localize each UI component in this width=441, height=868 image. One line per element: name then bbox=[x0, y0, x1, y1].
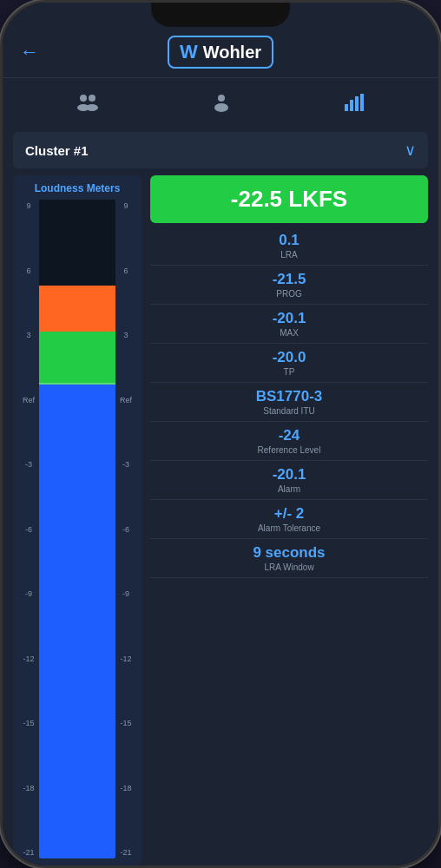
scale-right: 9 6 3 Ref -3 -6 -9 -12 -15 -18 -21 bbox=[117, 200, 135, 858]
scale-tick: -3 bbox=[20, 460, 37, 469]
scale-tick: 9 bbox=[20, 201, 37, 210]
standard-value: BS1770-3 bbox=[256, 388, 323, 405]
data-row-tolerance: +/- 2 Alarm Tolerance bbox=[150, 500, 428, 539]
nav-tab-chart[interactable] bbox=[334, 89, 374, 122]
back-button[interactable]: ← bbox=[20, 41, 39, 63]
meter-bar bbox=[39, 200, 115, 858]
scale-tick: 6 bbox=[20, 266, 37, 275]
main-reading: -22.5 LKFS bbox=[150, 175, 428, 223]
main-reading-value: -22.5 LKFS bbox=[231, 186, 347, 212]
phone-frame: ← W Wohler bbox=[0, 0, 441, 868]
right-panel: -22.5 LKFS 0.1 LRA -21.5 PROG -20.1 MAX bbox=[150, 175, 428, 865]
standard-label: Standard ITU bbox=[263, 406, 314, 416]
window-label: LRA Window bbox=[264, 562, 313, 572]
max-value: -20.1 bbox=[273, 310, 306, 327]
svg-rect-6 bbox=[345, 104, 348, 111]
svg-point-0 bbox=[80, 95, 87, 102]
data-row-standard: BS1770-3 Standard ITU bbox=[150, 383, 428, 422]
meter-title: Loudness Meters bbox=[20, 182, 135, 194]
ref-label: Reference Level bbox=[258, 445, 321, 455]
data-row-max: -20.1 MAX bbox=[150, 305, 428, 344]
alarm-label: Alarm bbox=[278, 484, 300, 494]
scale-tick: -9 bbox=[20, 589, 37, 598]
scale-tick: -21 bbox=[20, 848, 37, 857]
alarm-value: -20.1 bbox=[273, 466, 306, 483]
data-row-ref: -24 Reference Level bbox=[150, 422, 428, 461]
nav-tab-user[interactable] bbox=[202, 89, 240, 122]
cluster-bar[interactable]: Cluster #1 ∨ bbox=[13, 132, 428, 168]
scale-tick-r: -3 bbox=[117, 460, 135, 469]
scale-left: 9 6 3 Ref -3 -6 -9 -12 -15 -18 -21 bbox=[20, 200, 37, 858]
cluster-label: Cluster #1 bbox=[25, 143, 89, 158]
scale-tick-r: 9 bbox=[117, 201, 135, 210]
meter-panel: Loudness Meters 9 6 3 Ref -3 -6 -9 -12 -… bbox=[13, 175, 142, 865]
svg-point-5 bbox=[214, 103, 228, 112]
scale-tick: -15 bbox=[20, 719, 37, 727]
window-value: 9 seconds bbox=[253, 544, 325, 562]
logo-text: Wohler bbox=[203, 43, 261, 62]
scale-tick-r: -21 bbox=[117, 848, 135, 857]
svg-point-1 bbox=[89, 95, 95, 102]
tolerance-label: Alarm Tolerance bbox=[258, 523, 320, 533]
phone-screen: ← W Wohler bbox=[3, 3, 438, 865]
logo-w: W bbox=[180, 41, 198, 63]
prog-label: PROG bbox=[276, 289, 301, 299]
scale-tick-r: 6 bbox=[117, 266, 135, 275]
data-rows: 0.1 LRA -21.5 PROG -20.1 MAX -20.0 TP bbox=[150, 227, 428, 865]
tp-value: -20.0 bbox=[273, 349, 306, 366]
scale-tick: 3 bbox=[20, 331, 37, 339]
scale-tick-r: -9 bbox=[117, 589, 135, 598]
phone-notch bbox=[151, 3, 290, 27]
data-row-window: 9 seconds LRA Window bbox=[150, 539, 428, 578]
scale-tick-ref-r: Ref bbox=[117, 396, 135, 404]
scale-tick: -12 bbox=[20, 654, 37, 663]
svg-point-4 bbox=[218, 95, 225, 102]
logo-container: W Wohler bbox=[168, 36, 273, 69]
data-row-alarm: -20.1 Alarm bbox=[150, 461, 428, 500]
cluster-arrow-icon: ∨ bbox=[405, 141, 416, 160]
svg-rect-7 bbox=[350, 100, 353, 111]
svg-point-3 bbox=[86, 104, 98, 111]
ref-value: -24 bbox=[279, 427, 300, 444]
scale-tick: -18 bbox=[20, 784, 37, 792]
lra-value: 0.1 bbox=[279, 232, 299, 249]
max-label: MAX bbox=[280, 328, 299, 338]
scale-tick-r: -12 bbox=[117, 654, 135, 663]
data-row-lra: 0.1 LRA bbox=[150, 227, 428, 266]
meter-bars bbox=[39, 200, 115, 858]
scale-tick: -6 bbox=[20, 525, 37, 534]
data-row-prog: -21.5 PROG bbox=[150, 266, 428, 305]
main-content: Loudness Meters 9 6 3 Ref -3 -6 -9 -12 -… bbox=[3, 175, 438, 865]
svg-rect-8 bbox=[355, 96, 359, 111]
tp-label: TP bbox=[284, 367, 295, 377]
nav-tabs bbox=[3, 78, 438, 132]
data-row-tp: -20.0 TP bbox=[150, 344, 428, 383]
scale-tick-ref: Ref bbox=[20, 396, 37, 404]
lra-label: LRA bbox=[280, 250, 297, 260]
tolerance-value: +/- 2 bbox=[274, 505, 305, 523]
meter-scale-container: 9 6 3 Ref -3 -6 -9 -12 -15 -18 -21 bbox=[20, 200, 135, 858]
scale-tick-r: -18 bbox=[117, 784, 135, 792]
svg-rect-9 bbox=[360, 94, 364, 111]
nav-tab-group[interactable] bbox=[67, 89, 109, 122]
prog-value: -21.5 bbox=[273, 271, 306, 288]
scale-tick-r: -6 bbox=[117, 525, 135, 534]
scale-tick-r: 3 bbox=[117, 331, 135, 339]
scale-tick-r: -15 bbox=[117, 719, 135, 727]
